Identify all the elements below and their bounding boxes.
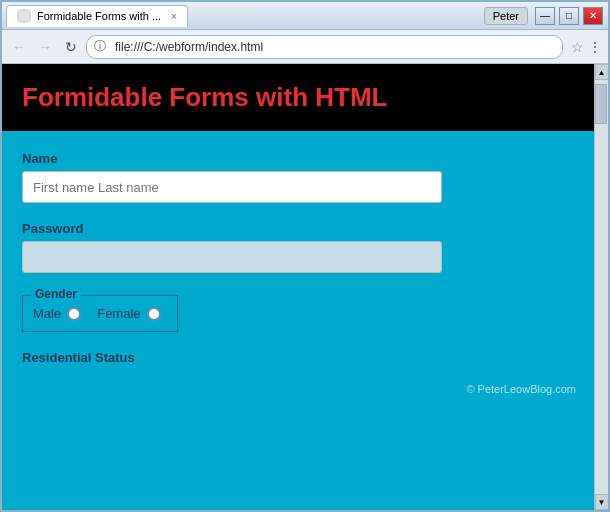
bookmark-icon[interactable]: ☆ [571, 39, 584, 55]
close-button[interactable]: ✕ [583, 7, 603, 25]
active-tab[interactable]: Formidable Forms with ... × [6, 5, 188, 27]
maximize-button[interactable]: □ [559, 7, 579, 25]
gender-fieldset: Gender Male Female [22, 295, 178, 332]
password-label: Password [22, 221, 574, 236]
forward-button[interactable]: → [34, 36, 56, 58]
address-bar: ← → ↻ ⓘ ☆ ⋮ [2, 30, 608, 64]
browser-window: Formidable Forms with ... × Peter — □ ✕ … [0, 0, 610, 512]
form-area: Name Password Gender [2, 131, 594, 403]
browser-content: Formidable Forms with HTML Name Password [2, 64, 608, 510]
male-option[interactable]: Male [33, 306, 81, 321]
gender-form-group: Gender Male Female [22, 291, 574, 332]
scrollbar[interactable]: ▲ ▼ [594, 64, 608, 510]
male-label: Male [33, 306, 61, 321]
scroll-track[interactable] [595, 80, 608, 494]
scroll-thumb[interactable] [595, 84, 607, 124]
page-title: Formidable Forms with HTML [22, 82, 574, 113]
scroll-down-button[interactable]: ▼ [595, 494, 609, 510]
scroll-up-button[interactable]: ▲ [595, 64, 609, 80]
gender-options: Male Female [33, 306, 161, 321]
copyright-text: © PeterLeowBlog.com [466, 383, 576, 395]
refresh-button[interactable]: ↻ [60, 36, 82, 58]
page-header: Formidable Forms with HTML [2, 64, 594, 131]
menu-icon[interactable]: ⋮ [588, 39, 602, 55]
female-radio[interactable] [147, 307, 161, 321]
name-label: Name [22, 151, 574, 166]
title-bar-controls: Peter — □ ✕ [484, 7, 604, 25]
page-area: Formidable Forms with HTML Name Password [2, 64, 594, 510]
residential-form-group: Residential Status [22, 350, 574, 365]
title-bar-left: Formidable Forms with ... × [6, 5, 188, 27]
name-form-group: Name [22, 151, 574, 203]
info-icon: ⓘ [94, 38, 106, 55]
residential-label: Residential Status [22, 350, 574, 365]
gender-legend: Gender [31, 287, 81, 301]
name-input[interactable] [22, 171, 442, 203]
back-button[interactable]: ← [8, 36, 30, 58]
password-input[interactable] [22, 241, 442, 273]
password-form-group: Password [22, 221, 574, 273]
tab-close-button[interactable]: × [171, 11, 177, 22]
minimize-button[interactable]: — [535, 7, 555, 25]
female-option[interactable]: Female [97, 306, 160, 321]
user-label: Peter [484, 7, 528, 25]
page-content: Formidable Forms with HTML Name Password [2, 64, 594, 510]
address-input[interactable] [86, 35, 563, 59]
address-wrapper: ⓘ [86, 35, 563, 59]
tab-favicon [17, 9, 31, 23]
male-radio[interactable] [67, 307, 81, 321]
tab-label: Formidable Forms with ... [37, 10, 161, 22]
title-bar: Formidable Forms with ... × Peter — □ ✕ [2, 2, 608, 30]
female-label: Female [97, 306, 140, 321]
